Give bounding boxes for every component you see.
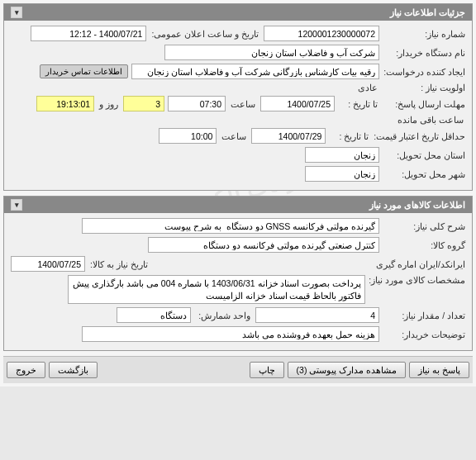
- ref-label: ایرانکد/ایران اماره گیری: [376, 259, 465, 269]
- reply-button[interactable]: پاسخ به نیاز: [409, 362, 469, 378]
- need-info-section: جزئیات اطلاعات نیاز ▾ شماره نیاز: تاریخ …: [3, 3, 473, 191]
- response-time-input[interactable]: [168, 96, 226, 111]
- need-date-input[interactable]: [11, 256, 85, 272]
- requester-label: ایجاد کننده درخواست:: [383, 67, 465, 77]
- footer-toolbar: پاسخ به نیاز مشاهده مدارک پیوستی (3) چاپ…: [3, 356, 473, 383]
- group-label: گروه کالا:: [383, 240, 465, 250]
- buyer-notes-label: توضیحات خریدار:: [383, 330, 465, 339]
- days-count-input: [123, 96, 164, 111]
- need-info-title: جزئیات اطلاعات نیاز: [390, 7, 465, 18]
- time-label-2: ساعت: [220, 131, 248, 141]
- desc-label: شرح کلی نیاز:: [383, 221, 465, 231]
- spec-textarea[interactable]: [68, 275, 365, 304]
- min-valid-label: حداقل تاریخ اعتبار قیمت:: [374, 131, 465, 141]
- buyer-label: نام دستگاه خریدار:: [383, 48, 465, 58]
- to-date-label-2: تا تاریخ :: [329, 131, 370, 141]
- contact-info-button[interactable]: اطلاعات تماس خریدار: [40, 64, 128, 78]
- unit-label: واحد شمارش:: [194, 311, 252, 320]
- qty-input[interactable]: [255, 307, 379, 323]
- items-info-section: اطلاعات کالاهای مورد نیاز ▾ شرح کلی نیاز…: [3, 196, 473, 351]
- response-deadline-label: مهلت ارسال پاسخ:: [383, 99, 465, 109]
- qty-label: تعداد / مقدار نیاز:: [383, 311, 465, 320]
- response-date-input[interactable]: [260, 96, 335, 111]
- time-label-1: ساعت: [229, 99, 257, 109]
- min-valid-date-input[interactable]: [251, 128, 326, 144]
- remain-time-input: [36, 96, 94, 111]
- buyer-notes-input[interactable]: [82, 326, 379, 342]
- min-valid-time-input[interactable]: [159, 128, 217, 144]
- requester-input[interactable]: [131, 64, 379, 79]
- delivery-city-input[interactable]: [305, 166, 379, 182]
- delivery-province-label: استان محل تحویل:: [383, 150, 465, 160]
- items-info-header: اطلاعات کالاهای مورد نیاز ▾: [4, 197, 472, 213]
- need-info-header: جزئیات اطلاعات نیاز ▾: [4, 4, 472, 21]
- unit-input[interactable]: [117, 307, 191, 323]
- priority-value: عادی: [356, 83, 379, 92]
- delivery-city-label: شهر محل تحویل:: [383, 169, 465, 179]
- announce-input[interactable]: [31, 26, 146, 41]
- exit-button[interactable]: خروج: [7, 362, 45, 378]
- desc-input[interactable]: [82, 218, 379, 234]
- spec-label: مشخصات کالای مورد نیاز:: [369, 275, 465, 285]
- attachments-button[interactable]: مشاهده مدارک پیوستی (3): [288, 362, 407, 378]
- announce-label: تاریخ و ساعت اعلان عمومی:: [150, 29, 260, 39]
- remain-label: ساعت باقی مانده: [396, 115, 465, 125]
- print-button[interactable]: چاپ: [250, 362, 284, 378]
- to-date-label-1: تا تاریخ :: [338, 99, 379, 109]
- back-button[interactable]: بازگشت: [49, 362, 98, 378]
- items-info-title: اطلاعات کالاهای مورد نیاز: [369, 200, 465, 211]
- days-label: روز و: [98, 99, 120, 109]
- group-input[interactable]: [148, 237, 379, 253]
- priority-label: اولویت نیاز :: [383, 83, 465, 92]
- need-number-label: شماره نیاز:: [383, 29, 465, 39]
- need-date-label: تاریخ نیاز به کالا:: [88, 259, 150, 269]
- buyer-input[interactable]: [164, 45, 379, 60]
- collapse-icon[interactable]: ▾: [11, 7, 22, 18]
- collapse-icon-2[interactable]: ▾: [11, 199, 22, 211]
- delivery-province-input[interactable]: [305, 147, 379, 163]
- need-number-input[interactable]: [264, 26, 379, 41]
